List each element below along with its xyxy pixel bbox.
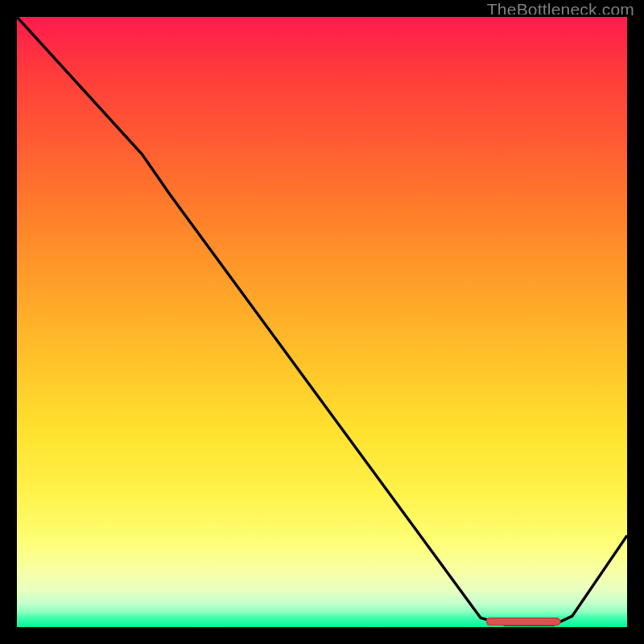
chart-frame xyxy=(14,14,630,630)
svg-rect-0 xyxy=(487,618,560,625)
optimum-marker xyxy=(17,17,627,627)
